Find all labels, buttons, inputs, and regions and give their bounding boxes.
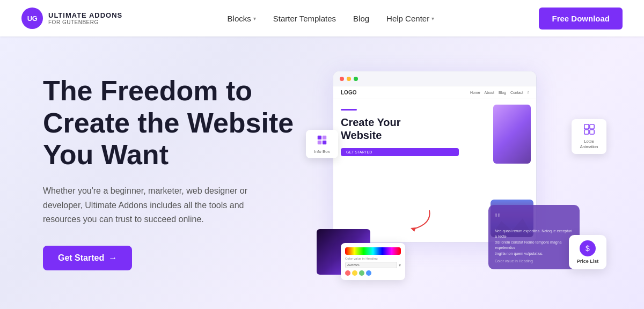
price-list-label: Price List bbox=[576, 259, 599, 264]
svg-rect-6 bbox=[589, 124, 594, 129]
lottie-animation-card: LottieAnimation bbox=[572, 119, 606, 154]
hero-left: The Freedom to Create the Website You Wa… bbox=[43, 75, 311, 271]
color-swatch-row bbox=[345, 270, 401, 276]
chevron-down-icon: ▾ bbox=[431, 16, 434, 21]
svg-rect-7 bbox=[584, 130, 588, 134]
svg-rect-1 bbox=[323, 136, 326, 139]
header: UG ULTIMATE ADDONS FOR GUTENBERG Blocks … bbox=[0, 0, 644, 36]
svg-rect-8 bbox=[589, 130, 594, 134]
color-spectrum bbox=[345, 247, 401, 255]
quote-author: Color value in Heading bbox=[495, 259, 573, 263]
nav-starter-templates[interactable]: Starter Templates bbox=[273, 14, 336, 23]
mini-logo: LOGO bbox=[341, 90, 356, 95]
svg-marker-9 bbox=[411, 227, 416, 232]
info-box-icon bbox=[312, 134, 332, 148]
quote-text: Nec quasi rerum expeditas. Natoque excep… bbox=[495, 229, 573, 257]
hero-illustration: Info Box LOGO Home About Blog Contact bbox=[311, 60, 601, 285]
browser-dot-green bbox=[354, 77, 358, 81]
purple-deco-rect bbox=[493, 105, 531, 164]
swatch-yellow bbox=[352, 270, 357, 276]
svg-rect-3 bbox=[323, 141, 326, 144]
nav-help-center[interactable]: Help Center ▾ bbox=[386, 14, 434, 23]
mini-nav-links: Home About Blog Contact f bbox=[470, 91, 529, 94]
color-input-row: AuBIWS ▾ bbox=[345, 262, 401, 268]
main-content: The Freedom to Create the Website You Wa… bbox=[0, 36, 644, 309]
price-list-icon: $ bbox=[580, 240, 596, 256]
main-nav: Blocks ▾ Starter Templates Blog Help Cen… bbox=[228, 14, 435, 23]
get-started-button[interactable]: Get Started → bbox=[43, 246, 132, 270]
quote-card: " Nec quasi rerum expeditas. Natoque exc… bbox=[488, 205, 580, 270]
lottie-icon bbox=[577, 123, 601, 138]
nav-blog[interactable]: Blog bbox=[353, 14, 369, 23]
logo[interactable]: UG ULTIMATE ADDONS FOR GUTENBERG bbox=[21, 8, 122, 29]
swatch-blue bbox=[366, 270, 371, 276]
color-picker-card: Color value in Heading AuBIWS ▾ bbox=[341, 243, 405, 280]
chevron-down-icon: ▾ bbox=[253, 16, 256, 21]
color-input-box[interactable]: AuBIWS bbox=[345, 262, 397, 268]
quote-mark: " bbox=[495, 211, 573, 226]
dropdown-arrow: ▾ bbox=[399, 263, 401, 268]
svg-rect-5 bbox=[584, 124, 588, 129]
lottie-label: LottieAnimation bbox=[577, 139, 601, 150]
swatch-red bbox=[345, 270, 350, 276]
mini-hero-text: Create Your Website GET STARTED bbox=[333, 99, 466, 240]
free-download-button[interactable]: Free Download bbox=[539, 8, 623, 30]
browser-bar bbox=[333, 71, 536, 86]
curved-arrow-svg bbox=[402, 208, 435, 234]
logo-badge: UG bbox=[21, 8, 43, 29]
logo-top: ULTIMATE ADDONS bbox=[48, 11, 122, 19]
browser-dot-yellow bbox=[347, 77, 351, 81]
info-box-card: Info Box bbox=[306, 130, 338, 158]
logo-bottom: FOR GUTENBERG bbox=[48, 19, 122, 25]
color-label: Color value in Heading bbox=[345, 257, 401, 260]
hero-title: The Freedom to Create the Website You Wa… bbox=[43, 75, 311, 171]
browser-dot-red bbox=[340, 77, 344, 81]
svg-rect-2 bbox=[318, 141, 321, 144]
logo-text: ULTIMATE ADDONS FOR GUTENBERG bbox=[48, 11, 122, 25]
price-list-card: $ Price List bbox=[569, 235, 606, 269]
mini-website-nav: LOGO Home About Blog Contact f bbox=[333, 86, 536, 99]
mini-cta-button: GET STARTED bbox=[341, 148, 459, 156]
info-box-label: Info Box bbox=[312, 149, 332, 154]
svg-rect-0 bbox=[318, 136, 321, 139]
hero-subtitle: Whether you're a beginner, marketer, web… bbox=[43, 184, 268, 226]
swatch-green bbox=[359, 270, 364, 276]
nav-blocks[interactable]: Blocks ▾ bbox=[228, 14, 256, 23]
